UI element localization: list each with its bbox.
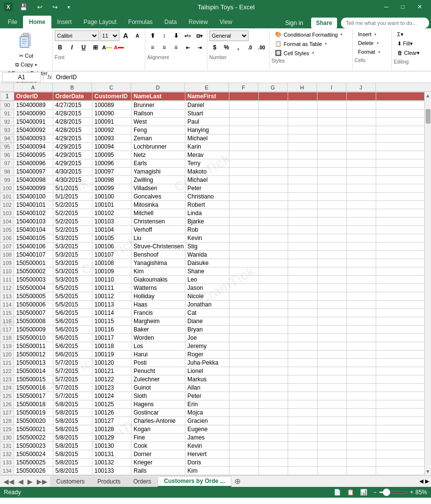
header-j[interactable] bbox=[347, 92, 376, 101]
cell-e[interactable]: Kim bbox=[185, 467, 229, 475]
empty-cell[interactable] bbox=[318, 409, 347, 417]
empty-cell[interactable] bbox=[259, 375, 288, 384]
cell-d[interactable]: West bbox=[132, 118, 185, 126]
empty-cell[interactable] bbox=[318, 134, 347, 143]
empty-cell[interactable] bbox=[347, 309, 376, 317]
cell-a[interactable]: 150500015 bbox=[14, 375, 53, 384]
empty-cell[interactable] bbox=[318, 359, 347, 367]
cell-e[interactable]: Cat bbox=[185, 309, 229, 317]
col-header-b[interactable]: B bbox=[53, 83, 92, 91]
cell-c[interactable]: 100115 bbox=[92, 317, 132, 326]
cell-e[interactable]: Makoto bbox=[185, 168, 229, 176]
minimize-btn[interactable]: ─ bbox=[379, 0, 393, 14]
zoom-out-btn[interactable]: − bbox=[373, 489, 377, 496]
redo-btn[interactable]: ↪ bbox=[49, 2, 61, 12]
cell-d[interactable]: Gostincar bbox=[132, 409, 185, 417]
empty-cell[interactable] bbox=[229, 234, 259, 242]
cell-e[interactable]: Kevin bbox=[185, 234, 229, 242]
empty-cell[interactable] bbox=[318, 392, 347, 400]
cell-d[interactable]: Margheim bbox=[132, 317, 185, 326]
cell-b[interactable]: 5/2/2015 bbox=[53, 226, 92, 234]
cell-e[interactable]: Shane bbox=[185, 267, 229, 276]
wrap-text-btn[interactable]: ↵≡ bbox=[182, 30, 193, 41]
cell-b[interactable]: 5/8/2015 bbox=[53, 442, 92, 450]
empty-cell[interactable] bbox=[318, 184, 347, 193]
tab-first-btn[interactable]: ◀◀ bbox=[2, 478, 16, 485]
cell-a[interactable]: 150500018 bbox=[14, 400, 53, 409]
cell-e[interactable]: Robert bbox=[185, 201, 229, 209]
share-btn[interactable]: Share bbox=[311, 18, 337, 28]
header-customerid[interactable]: CustomerID bbox=[92, 92, 132, 101]
empty-cell[interactable] bbox=[259, 118, 288, 126]
empty-cell[interactable] bbox=[229, 459, 259, 467]
cell-d[interactable]: Verhoff bbox=[132, 226, 185, 234]
cell-e[interactable]: Peter bbox=[185, 184, 229, 193]
cell-a[interactable]: 150500003 bbox=[14, 276, 53, 284]
cell-a[interactable]: 150400104 bbox=[14, 226, 53, 234]
cell-b[interactable]: 5/7/2015 bbox=[53, 392, 92, 400]
empty-cell[interactable] bbox=[229, 209, 259, 218]
cell-d[interactable]: Mitosinka bbox=[132, 201, 185, 209]
empty-cell[interactable] bbox=[259, 259, 288, 267]
formula-input[interactable] bbox=[56, 72, 429, 82]
cell-a[interactable]: 150500002 bbox=[14, 267, 53, 276]
cell-b[interactable]: 4/29/2015 bbox=[53, 159, 92, 168]
empty-cell[interactable] bbox=[318, 301, 347, 309]
empty-cell[interactable] bbox=[347, 101, 376, 110]
empty-cell[interactable] bbox=[318, 400, 347, 409]
empty-cell[interactable] bbox=[259, 284, 288, 292]
copy-btn[interactable]: ⧉ Copy ▾ bbox=[3, 61, 49, 69]
empty-cell[interactable] bbox=[318, 351, 347, 359]
cell-b[interactable]: 5/8/2015 bbox=[53, 467, 92, 475]
col-header-g[interactable]: G bbox=[258, 83, 288, 91]
empty-cell[interactable] bbox=[229, 301, 259, 309]
cell-a[interactable]: 150400103 bbox=[14, 218, 53, 226]
cell-c[interactable]: 100119 bbox=[92, 351, 132, 359]
empty-cell[interactable] bbox=[347, 392, 376, 400]
currency-btn[interactable]: $ bbox=[209, 42, 220, 53]
cell-d[interactable]: Zeman bbox=[132, 134, 185, 143]
empty-cell[interactable] bbox=[229, 326, 259, 334]
cell-e[interactable]: Karin bbox=[185, 143, 229, 151]
cell-d[interactable]: Goncalves bbox=[132, 193, 185, 201]
cell-b[interactable]: 4/28/2015 bbox=[53, 126, 92, 134]
empty-cell[interactable] bbox=[259, 242, 288, 251]
empty-cell[interactable] bbox=[229, 193, 259, 201]
empty-cell[interactable] bbox=[288, 459, 318, 467]
empty-cell[interactable] bbox=[347, 126, 376, 134]
cell-e[interactable]: Markus bbox=[185, 375, 229, 384]
empty-cell[interactable] bbox=[347, 168, 376, 176]
empty-cell[interactable] bbox=[318, 267, 347, 276]
cell-b[interactable]: 5/5/2015 bbox=[53, 284, 92, 292]
empty-cell[interactable] bbox=[318, 292, 347, 301]
empty-cell[interactable] bbox=[347, 226, 376, 234]
empty-cell[interactable] bbox=[347, 467, 376, 475]
empty-cell[interactable] bbox=[259, 209, 288, 218]
empty-cell[interactable] bbox=[347, 434, 376, 442]
empty-cell[interactable] bbox=[259, 342, 288, 351]
empty-cell[interactable] bbox=[288, 201, 318, 209]
empty-cell[interactable] bbox=[347, 259, 376, 267]
empty-cell[interactable] bbox=[229, 251, 259, 259]
cell-e[interactable]: Joe bbox=[185, 334, 229, 342]
cell-a[interactable]: 150400102 bbox=[14, 209, 53, 218]
cell-d[interactable]: Baker bbox=[132, 326, 185, 334]
sheet-tab-customers-by-order[interactable]: Customers by Orde ... bbox=[158, 476, 231, 487]
cell-d[interactable]: Zulechner bbox=[132, 375, 185, 384]
cell-c[interactable]: 100114 bbox=[92, 309, 132, 317]
empty-cell[interactable] bbox=[229, 384, 259, 392]
empty-cell[interactable] bbox=[288, 301, 318, 309]
empty-cell[interactable] bbox=[259, 384, 288, 392]
empty-cell[interactable] bbox=[229, 359, 259, 367]
empty-cell[interactable] bbox=[347, 143, 376, 151]
cell-a[interactable]: 150500022 bbox=[14, 434, 53, 442]
empty-cell[interactable] bbox=[318, 375, 347, 384]
empty-cell[interactable] bbox=[259, 351, 288, 359]
cell-c[interactable]: 100127 bbox=[92, 417, 132, 425]
align-right-btn[interactable]: ≡ bbox=[171, 42, 181, 53]
empty-cell[interactable] bbox=[347, 176, 376, 184]
empty-cell[interactable] bbox=[229, 218, 259, 226]
empty-cell[interactable] bbox=[347, 400, 376, 409]
empty-cell[interactable] bbox=[347, 359, 376, 367]
cell-c[interactable]: 100116 bbox=[92, 326, 132, 334]
